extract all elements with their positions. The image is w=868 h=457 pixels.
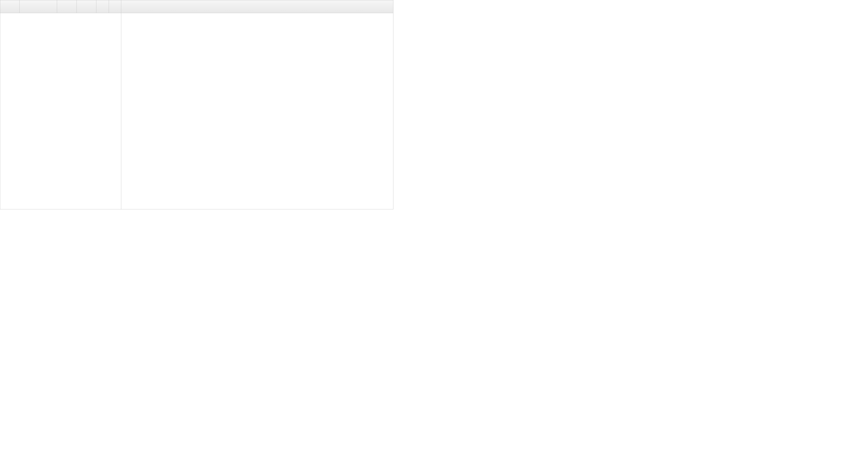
task-table-header bbox=[0, 0, 121, 13]
col-header-start[interactable] bbox=[57, 0, 77, 13]
col-header-id[interactable] bbox=[0, 0, 20, 13]
col-header-end[interactable] bbox=[77, 0, 96, 13]
task-table bbox=[0, 0, 121, 209]
col-header-task[interactable] bbox=[20, 0, 57, 13]
col-header-duration[interactable] bbox=[96, 0, 109, 13]
col-header-completion[interactable] bbox=[109, 0, 121, 13]
timeline-panel[interactable] bbox=[121, 0, 393, 209]
gantt-chart bbox=[0, 0, 394, 209]
timeline-header bbox=[121, 0, 393, 13]
